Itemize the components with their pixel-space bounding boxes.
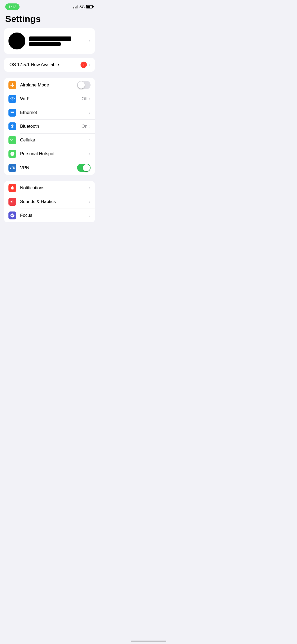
signal-bars [73, 5, 78, 8]
airplane-mode-label: Airplane Mode [20, 82, 77, 88]
wifi-label: Wi-Fi [20, 96, 82, 102]
focus-label: Focus [20, 213, 89, 218]
update-right: 1 › [81, 62, 91, 68]
airplane-mode-icon-wrap [8, 81, 16, 89]
bluetooth-label: Bluetooth [20, 124, 82, 129]
update-banner[interactable]: iOS 17.5.1 Now Available 1 › [4, 58, 95, 72]
wifi-chevron: › [89, 96, 91, 102]
settings-row-ethernet[interactable]: Ethernet › [4, 106, 95, 119]
settings-row-cellular[interactable]: Cellular › [4, 133, 95, 147]
cellular-chevron: › [89, 137, 91, 143]
bluetooth-value: On [82, 124, 88, 129]
wifi-icon [10, 96, 15, 101]
vpn-thumb [83, 164, 90, 171]
sounds-label: Sounds & Haptics [20, 199, 89, 204]
bluetooth-icon-wrap [8, 122, 16, 130]
settings-row-focus[interactable]: Focus › [4, 209, 95, 222]
hotspot-icon [10, 151, 15, 156]
focus-icon [10, 213, 15, 218]
notifications-chevron: › [89, 185, 91, 191]
connectivity-group: Airplane Mode Wi-Fi Off › Ethernet › Blu… [4, 78, 95, 175]
signal-bar-4 [77, 5, 78, 8]
update-text: iOS 17.5.1 Now Available [8, 62, 59, 67]
hotspot-label: Personal Hotspot [20, 151, 89, 157]
notifications-icon [10, 186, 15, 190]
battery-icon [86, 5, 94, 8]
sounds-chevron: › [89, 199, 91, 204]
settings-row-bluetooth[interactable]: Bluetooth On › [4, 119, 95, 133]
wifi-icon-wrap [8, 95, 16, 103]
wifi-value: Off [82, 96, 87, 102]
profile-chevron: › [89, 38, 91, 44]
vpn-label: VPN [20, 165, 77, 171]
ethernet-chevron: › [89, 110, 91, 115]
battery-tip [93, 6, 94, 7]
sounds-icon-wrap [8, 198, 16, 206]
profile-row[interactable]: › [4, 28, 95, 54]
settings-row-sounds[interactable]: Sounds & Haptics › [4, 195, 95, 209]
settings-row-notifications[interactable]: Notifications › [4, 181, 95, 195]
page-title: Settings [0, 12, 99, 28]
focus-chevron: › [89, 213, 91, 218]
hotspot-chevron: › [89, 151, 91, 157]
status-bar: 1:12 5G [0, 0, 99, 12]
status-time: 1:12 [5, 3, 20, 10]
profile-info [25, 36, 89, 46]
general-group: Notifications › Sounds & Haptics › Focus… [4, 181, 95, 222]
status-right: 5G [73, 4, 94, 9]
bluetooth-chevron: › [89, 124, 91, 129]
vpn-icon-wrap: VPN [8, 164, 16, 172]
airplane-mode-thumb [78, 81, 85, 89]
airplane-icon [10, 83, 15, 88]
ethernet-label: Ethernet [20, 110, 89, 115]
vpn-text-icon: VPN [10, 166, 15, 169]
hotspot-icon-wrap [8, 150, 16, 158]
profile-subtitle [29, 42, 61, 46]
vpn-toggle[interactable] [77, 164, 91, 172]
notifications-icon-wrap [8, 184, 16, 192]
signal-bar-3 [76, 6, 77, 8]
cellular-label: Cellular [20, 137, 89, 143]
settings-row-wifi[interactable]: Wi-Fi Off › [4, 92, 95, 106]
ethernet-icon [10, 110, 15, 115]
cellular-icon [10, 138, 15, 142]
profile-card[interactable]: › [4, 28, 95, 54]
avatar [8, 33, 25, 49]
update-badge: 1 [81, 62, 87, 68]
settings-row-personal-hotspot[interactable]: Personal Hotspot › [4, 147, 95, 161]
settings-row-vpn[interactable]: VPN VPN [4, 161, 95, 175]
network-type: 5G [79, 4, 85, 9]
battery-body [86, 5, 93, 8]
bluetooth-icon [10, 124, 15, 129]
update-chevron: › [89, 62, 91, 67]
signal-bar-1 [73, 7, 74, 8]
ethernet-icon-wrap [8, 109, 16, 117]
signal-bar-2 [75, 7, 76, 8]
sounds-icon [10, 199, 15, 204]
settings-row-airplane-mode[interactable]: Airplane Mode [4, 78, 95, 92]
battery-fill [87, 6, 90, 8]
notifications-label: Notifications [20, 185, 89, 191]
airplane-mode-toggle[interactable] [77, 81, 91, 89]
profile-name [29, 36, 71, 41]
focus-icon-wrap [8, 211, 16, 219]
cellular-icon-wrap [8, 136, 16, 144]
